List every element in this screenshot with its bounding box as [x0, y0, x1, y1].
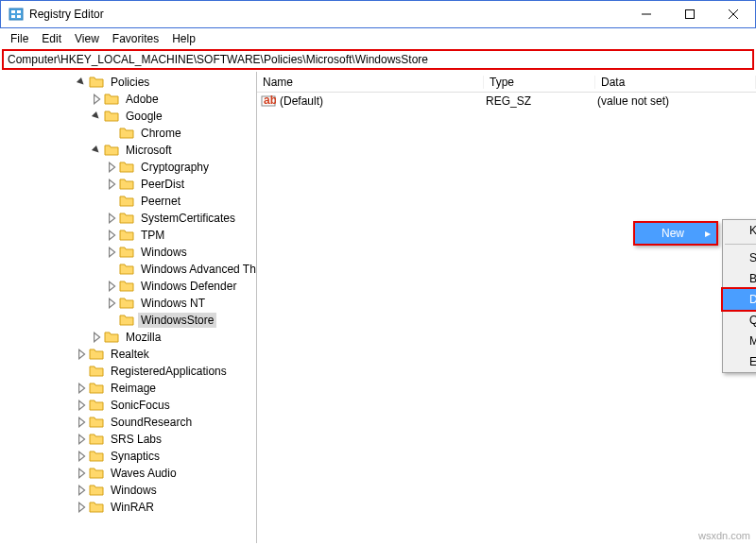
tree-item-reimage[interactable]: Reimage: [0, 380, 256, 397]
string-value-icon: ab: [261, 94, 276, 109]
ctx-separator: [725, 244, 756, 245]
menu-favorites[interactable]: Favorites: [106, 30, 165, 47]
expand-icon[interactable]: [76, 434, 87, 445]
tree-item-windows-defender[interactable]: Windows Defender: [0, 278, 256, 295]
value-data: (value not set): [597, 94, 756, 108]
menu-help[interactable]: Help: [165, 30, 202, 47]
ctx-item-binary[interactable]: Binary Value: [723, 268, 756, 289]
col-header-name[interactable]: Name: [257, 76, 484, 89]
tree-item-adobe[interactable]: Adobe: [0, 91, 256, 108]
expand-icon[interactable]: [106, 247, 117, 258]
tree-item-google[interactable]: Google: [0, 108, 256, 125]
expand-icon[interactable]: [106, 264, 117, 275]
tree-item-microsoft[interactable]: Microsoft: [0, 142, 256, 159]
expand-icon[interactable]: [91, 332, 102, 343]
app-icon: [9, 7, 24, 22]
expand-icon[interactable]: [106, 298, 117, 309]
tree-item-srs-labs[interactable]: SRS Labs: [0, 431, 256, 448]
tree-item-chrome[interactable]: Chrome: [0, 125, 256, 142]
address-bar[interactable]: Computer\HKEY_LOCAL_MACHINE\SOFTWARE\Pol…: [2, 49, 754, 70]
svg-rect-6: [686, 10, 695, 19]
tree-item-label: Realtek: [108, 347, 152, 362]
tree-item-label: Synaptics: [108, 449, 163, 464]
tree-item-windows-nt[interactable]: Windows NT: [0, 295, 256, 312]
tree-item-label: Google: [123, 109, 165, 124]
menu-view[interactable]: View: [68, 30, 106, 47]
tree-item-tpm[interactable]: TPM: [0, 227, 256, 244]
tree-item-label: PeerDist: [138, 177, 187, 192]
tree-item-synaptics[interactable]: Synaptics: [0, 448, 256, 465]
tree-item-mozilla[interactable]: Mozilla: [0, 329, 256, 346]
context-submenu-new: Key String Value Binary Value DWORD (32-…: [722, 219, 756, 373]
tree-item-realtek[interactable]: Realtek: [0, 346, 256, 363]
expand-icon[interactable]: [91, 111, 102, 122]
tree-item-label: Waves Audio: [108, 466, 180, 481]
expand-icon[interactable]: [91, 145, 102, 156]
tree-item-systemcertificates[interactable]: SystemCertificates: [0, 210, 256, 227]
expand-icon[interactable]: [76, 366, 87, 377]
expand-icon[interactable]: [106, 179, 117, 190]
tree-pane[interactable]: PoliciesAdobeGoogleChromeMicrosoftCrypto…: [0, 72, 257, 543]
col-header-data[interactable]: Data: [595, 76, 756, 89]
value-row-default[interactable]: ab (Default) REG_SZ (value not set): [257, 93, 756, 110]
expand-icon[interactable]: [76, 400, 87, 411]
expand-icon[interactable]: [106, 230, 117, 241]
tree-item-label: Windows: [108, 483, 160, 498]
ctx-item-new[interactable]: New ▸: [635, 223, 716, 244]
expand-icon[interactable]: [106, 315, 117, 326]
tree-item-label: SystemCertificates: [138, 211, 238, 226]
ctx-item-key[interactable]: Key: [723, 220, 756, 241]
expand-icon[interactable]: [106, 196, 117, 207]
expand-icon[interactable]: [76, 485, 87, 496]
expand-icon[interactable]: [76, 451, 87, 462]
tree-item-cryptography[interactable]: Cryptography: [0, 159, 256, 176]
expand-icon[interactable]: [76, 417, 87, 428]
expand-icon[interactable]: [76, 383, 87, 394]
ctx-item-multistring[interactable]: Multi-String Value: [723, 331, 756, 351]
menu-bar: File Edit View Favorites Help: [0, 28, 756, 49]
expand-icon[interactable]: [91, 94, 102, 105]
tree-item-windows[interactable]: Windows: [0, 244, 256, 261]
tree-item-registeredapplications[interactable]: RegisteredApplications: [0, 363, 256, 380]
expand-icon[interactable]: [76, 468, 87, 479]
tree-item-label: RegisteredApplications: [108, 364, 230, 379]
tree-item-label: SRS Labs: [108, 432, 164, 447]
tree-item-winrar[interactable]: WinRAR: [0, 499, 256, 516]
menu-edit[interactable]: Edit: [35, 30, 68, 47]
svg-text:ab: ab: [264, 94, 276, 107]
ctx-item-qword[interactable]: QWORD (64-bit) Value: [723, 310, 756, 331]
tree-item-policies[interactable]: Policies: [0, 74, 256, 91]
tree-item-windows-advanced-th[interactable]: Windows Advanced Th: [0, 261, 256, 278]
expand-icon[interactable]: [76, 77, 87, 88]
tree-item-sonicfocus[interactable]: SonicFocus: [0, 397, 256, 414]
expand-icon[interactable]: [106, 213, 117, 224]
values-pane[interactable]: Name Type Data ab (Default) REG_SZ (valu…: [257, 72, 756, 543]
tree-item-peerdist[interactable]: PeerDist: [0, 176, 256, 193]
ctx-item-dword[interactable]: DWORD (32-bit) Value: [721, 287, 756, 312]
tree-item-label: Peernet: [138, 194, 183, 209]
tree-item-windows[interactable]: Windows: [0, 482, 256, 499]
expand-icon[interactable]: [106, 281, 117, 292]
col-header-type[interactable]: Type: [484, 76, 595, 89]
close-button[interactable]: [712, 0, 755, 28]
tree-item-label: Windows Defender: [138, 279, 239, 294]
tree-item-waves-audio[interactable]: Waves Audio: [0, 465, 256, 482]
value-name: (Default): [280, 94, 486, 108]
tree-item-soundresearch[interactable]: SoundResearch: [0, 414, 256, 431]
tree-item-label: TPM: [138, 228, 167, 243]
expand-icon[interactable]: [76, 349, 87, 360]
ctx-item-expandstring[interactable]: Expandable String Value: [723, 351, 756, 372]
ctx-item-string[interactable]: String Value: [723, 247, 756, 268]
submenu-arrow-icon: ▸: [705, 227, 711, 240]
expand-icon[interactable]: [106, 162, 117, 173]
tree-item-label: WinRAR: [108, 500, 157, 515]
menu-file[interactable]: File: [4, 30, 35, 47]
tree-item-label: SonicFocus: [108, 398, 173, 413]
tree-item-peernet[interactable]: Peernet: [0, 193, 256, 210]
expand-icon[interactable]: [76, 502, 87, 513]
tree-item-windowsstore[interactable]: WindowsStore: [0, 312, 256, 329]
expand-icon[interactable]: [106, 128, 117, 139]
minimize-button[interactable]: [625, 0, 668, 28]
svg-rect-0: [9, 9, 23, 20]
maximize-button[interactable]: [668, 0, 712, 28]
